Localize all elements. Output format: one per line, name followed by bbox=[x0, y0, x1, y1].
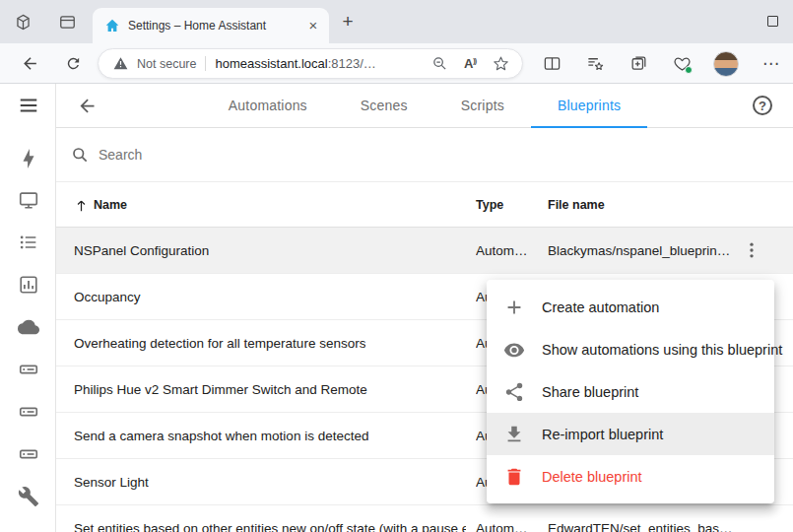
eye-icon bbox=[502, 338, 526, 362]
blueprint-context-menu: Create automation Show automations using… bbox=[487, 280, 774, 503]
zoom-icon[interactable] bbox=[430, 54, 449, 74]
download-icon bbox=[502, 423, 526, 446]
sidebar-logbook-icon[interactable] bbox=[17, 231, 40, 254]
not-secure-warning-icon[interactable] bbox=[110, 54, 130, 74]
sidebar-history-icon[interactable] bbox=[17, 273, 40, 297]
browser-titlebar: Settings – Home Assistant × + bbox=[0, 0, 793, 43]
favorites-icon[interactable] bbox=[583, 51, 607, 75]
menu-item-delete-blueprint[interactable]: Delete blueprint bbox=[487, 455, 774, 498]
menu-item-show-automations[interactable]: Show automations using this blueprint bbox=[487, 328, 774, 370]
tab-actions-icon[interactable] bbox=[56, 11, 78, 33]
row-type: Autom… bbox=[476, 228, 528, 274]
menu-item-reimport-blueprint[interactable]: Re-import blueprint bbox=[487, 413, 774, 455]
hamburger-menu-icon[interactable] bbox=[17, 94, 40, 117]
column-header-file[interactable]: File name bbox=[548, 182, 605, 228]
table-row[interactable]: Set entities based on other entities new… bbox=[56, 505, 793, 532]
menu-item-share-blueprint[interactable]: Share blueprint bbox=[487, 370, 774, 413]
tab-scripts[interactable]: Scripts bbox=[434, 84, 531, 128]
column-header-name[interactable]: Name bbox=[74, 182, 127, 228]
browser-navbar: Not secure homeassistant.local :8123/… A… bbox=[0, 43, 793, 84]
split-screen-icon[interactable] bbox=[540, 51, 563, 75]
tab-scenes[interactable]: Scenes bbox=[334, 84, 434, 128]
ha-tab-bar: Automations Scenes Scripts Blueprints bbox=[56, 84, 793, 128]
workspaces-icon[interactable] bbox=[12, 11, 33, 33]
row-overflow-menu-icon[interactable] bbox=[742, 240, 761, 260]
row-name: Occupancy bbox=[74, 274, 141, 320]
maximize-icon[interactable] bbox=[767, 16, 778, 27]
ha-back-icon[interactable] bbox=[75, 94, 99, 117]
row-name: Philips Hue v2 Smart Dimmer Switch and R… bbox=[74, 366, 367, 413]
share-icon bbox=[502, 380, 526, 404]
sidebar-tools-icon[interactable] bbox=[17, 485, 40, 508]
search-input[interactable]: Search bbox=[56, 128, 793, 182]
back-icon[interactable] bbox=[18, 51, 41, 75]
url-host: homeassistant.local bbox=[215, 56, 327, 71]
more-menu-icon[interactable]: ⋯ bbox=[760, 51, 783, 75]
collections-icon[interactable] bbox=[627, 51, 650, 75]
tab-close-icon[interactable]: × bbox=[303, 16, 323, 35]
menu-item-create-automation[interactable]: Create automation bbox=[487, 286, 774, 328]
row-name: Set entities based on other entities new… bbox=[74, 505, 466, 532]
row-file: Blackymas/nspanel_blueprin… bbox=[548, 228, 730, 274]
ha-toolbar: Automations Scenes Scripts Blueprints ? bbox=[56, 84, 793, 128]
row-name: Overheating detection for all temperatur… bbox=[74, 320, 365, 366]
column-header-type[interactable]: Type bbox=[476, 182, 503, 228]
search-icon bbox=[70, 145, 90, 165]
table-row[interactable]: NSPanel Configuration Autom… Blackymas/n… bbox=[56, 228, 793, 274]
favorite-star-icon[interactable] bbox=[491, 54, 510, 74]
essentials-status-badge bbox=[685, 66, 693, 74]
sidebar-server-icon[interactable] bbox=[17, 442, 40, 466]
row-name: Send a camera snapshot when motion is de… bbox=[74, 413, 368, 459]
new-tab-button[interactable]: + bbox=[337, 11, 359, 33]
search-placeholder: Search bbox=[99, 147, 142, 163]
address-divider bbox=[205, 56, 206, 71]
help-icon[interactable]: ? bbox=[753, 96, 772, 115]
trash-icon bbox=[502, 465, 526, 489]
profile-avatar[interactable] bbox=[713, 51, 739, 77]
read-aloud-icon[interactable]: A)) bbox=[460, 54, 480, 74]
plus-icon bbox=[502, 296, 526, 319]
sidebar-media-icon[interactable] bbox=[17, 188, 40, 212]
tab-title: Settings – Home Assistant bbox=[128, 19, 303, 33]
row-type: Autom… bbox=[476, 505, 528, 532]
url-path: :8123/… bbox=[328, 56, 376, 71]
browser-tab[interactable]: Settings – Home Assistant × bbox=[93, 8, 329, 43]
row-name: Sensor Light bbox=[74, 459, 149, 505]
row-file: EdwardTEN/set_entities_bas… bbox=[548, 505, 733, 532]
ha-sidebar bbox=[0, 84, 56, 532]
sidebar-energy-icon[interactable] bbox=[17, 147, 40, 170]
sidebar-server-icon[interactable] bbox=[17, 400, 40, 424]
home-assistant-favicon bbox=[104, 18, 120, 33]
table-header: Name Type File name bbox=[56, 182, 793, 228]
sort-ascending-icon bbox=[74, 198, 89, 213]
sidebar-cloud-icon[interactable] bbox=[17, 315, 40, 339]
sidebar-server-icon[interactable] bbox=[17, 358, 40, 381]
tab-blueprints[interactable]: Blueprints bbox=[531, 84, 647, 128]
address-bar[interactable]: Not secure homeassistant.local :8123/… A… bbox=[98, 48, 523, 79]
browser-essentials-icon[interactable] bbox=[670, 51, 694, 75]
row-name: NSPanel Configuration bbox=[74, 228, 209, 274]
security-label: Not secure bbox=[137, 57, 196, 71]
refresh-icon[interactable] bbox=[61, 51, 85, 75]
tab-automations[interactable]: Automations bbox=[202, 84, 334, 128]
